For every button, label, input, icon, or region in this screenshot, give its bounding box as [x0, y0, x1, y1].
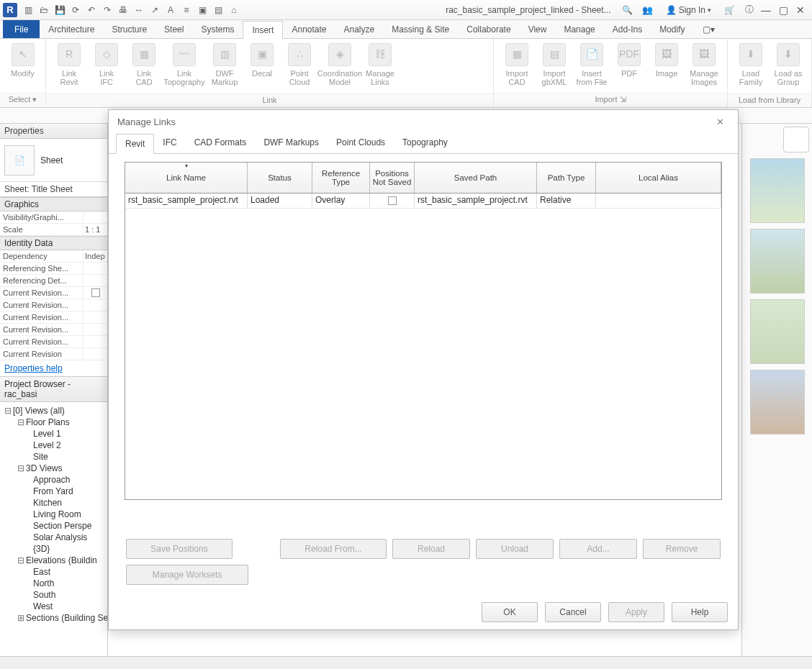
tab-annotate[interactable]: Annotate [283, 20, 335, 38]
collapse-icon[interactable]: ⊟ [4, 406, 12, 416]
tab-view[interactable]: View [520, 20, 556, 38]
prop-scale-value[interactable]: 1 : 1 [83, 224, 107, 235]
pdf-button[interactable]: PDFPDF [610, 42, 648, 79]
prop-curr-rev1-value[interactable] [83, 287, 107, 299]
app-logo[interactable]: R [3, 3, 17, 17]
load-as-group-button[interactable]: ⬇Load as Group [770, 42, 807, 88]
properties-help-link[interactable]: Properties help [4, 363, 63, 373]
manage-worksets-button[interactable]: Manage Worksets [126, 565, 248, 585]
collapse-icon[interactable]: ⊟ [17, 555, 24, 565]
dlg-tab-ifc[interactable]: IFC [154, 133, 185, 153]
view-site[interactable]: Site [1, 451, 106, 463]
unload-button[interactable]: Unload [476, 539, 554, 559]
view-level2[interactable]: Level 2 [1, 440, 106, 451]
view-3d[interactable]: {3D} [1, 543, 106, 555]
qat-switch-win-icon[interactable]: ▤ [212, 4, 225, 17]
col-ref-type[interactable]: Reference Type [312, 163, 370, 193]
help-button[interactable]: Help [672, 602, 728, 622]
view-south[interactable]: South [1, 589, 106, 601]
type-selector[interactable]: 📄 Sheet [0, 139, 107, 182]
sheet-thumbnail[interactable] [750, 299, 805, 364]
checkbox-icon[interactable] [388, 196, 397, 205]
apply-button[interactable]: Apply [608, 602, 664, 622]
qat-redo-icon[interactable]: ↷ [101, 4, 114, 17]
qat-text-icon[interactable]: A [164, 4, 177, 17]
qat-home-icon[interactable]: ⌂ [227, 4, 240, 17]
link-topography-button[interactable]: 〰Link Topography [163, 42, 206, 88]
tab-file[interactable]: File [3, 20, 40, 38]
tab-addins[interactable]: Add-Ins [604, 20, 651, 38]
qat-new-icon[interactable]: ▥ [22, 4, 35, 17]
remove-button[interactable]: Remove [643, 539, 721, 559]
tab-extra-icon[interactable]: ▢▾ [694, 20, 723, 38]
qat-open-icon[interactable]: 🗁 [37, 4, 50, 17]
tab-structure[interactable]: Structure [103, 20, 155, 38]
save-positions-button[interactable]: Save Positions [126, 539, 233, 559]
view-section-persp[interactable]: Section Perspe [1, 520, 106, 532]
qat-dimension-icon[interactable]: ↗ [148, 4, 161, 17]
qat-print-icon[interactable]: 🖶 [117, 4, 130, 17]
prop-visibility-value[interactable] [83, 211, 107, 223]
col-status[interactable]: Status [248, 163, 312, 193]
cancel-button[interactable]: Cancel [545, 602, 601, 622]
horizontal-scrollbar[interactable] [0, 656, 812, 669]
link-ifc-button[interactable]: ◇Link IFC [88, 42, 125, 88]
cell-path-type[interactable]: Relative [537, 194, 596, 208]
qat-align-icon[interactable]: ≡ [180, 4, 193, 17]
import-cad-button[interactable]: ▦Import CAD [498, 42, 536, 88]
add-button[interactable]: Add... [559, 539, 637, 559]
view-north[interactable]: North [1, 578, 106, 589]
view-east[interactable]: East [1, 566, 106, 578]
sections-node[interactable]: ⊞Sections (Building Section) [1, 612, 106, 624]
dlg-tab-topography[interactable]: Topography [394, 133, 456, 153]
search-icon[interactable]: 🔍 [621, 4, 634, 17]
col-positions[interactable]: Positions Not Saved [370, 163, 415, 193]
dlg-tab-revit[interactable]: Revit [116, 134, 154, 154]
ok-button[interactable]: OK [482, 602, 538, 622]
tab-analyze[interactable]: Analyze [335, 20, 384, 38]
tab-systems[interactable]: Systems [192, 20, 243, 38]
cell-local-alias[interactable] [596, 194, 721, 208]
tab-collaborate[interactable]: Collaborate [458, 20, 519, 38]
view-livingroom[interactable]: Living Room [1, 509, 106, 520]
cell-ref-type[interactable]: Overlay [312, 194, 370, 208]
tab-manage[interactable]: Manage [555, 20, 603, 38]
col-local-alias[interactable]: Local Alias [596, 163, 721, 193]
qat-measure-icon[interactable]: ↔ [132, 4, 145, 17]
modify-tool[interactable]: ↖Modify [4, 42, 41, 79]
col-saved-path[interactable]: Saved Path [415, 163, 537, 193]
tab-insert[interactable]: Insert [243, 21, 283, 39]
sheet-thumbnail[interactable] [750, 229, 805, 293]
link-revit-button[interactable]: RLink Revit [50, 42, 88, 88]
cell-link-name[interactable]: rst_basic_sample_project.rvt [125, 194, 248, 208]
qat-undo-icon[interactable]: ↶ [85, 4, 98, 17]
dlg-tab-cad[interactable]: CAD Formats [186, 133, 256, 153]
reload-from-button[interactable]: Reload From... [280, 539, 387, 559]
tab-architecture[interactable]: Architecture [40, 20, 103, 38]
tab-modify[interactable]: Modify [651, 20, 693, 38]
reload-button[interactable]: Reload [392, 539, 470, 559]
dialog-close-button[interactable]: ✕ [710, 114, 729, 129]
collapse-icon[interactable]: ⊟ [17, 463, 24, 473]
col-link-name[interactable]: ▾Link Name [125, 163, 248, 193]
sheet-thumbnail[interactable] [750, 370, 805, 434]
decal-button[interactable]: ▣Decal [243, 42, 281, 79]
view-approach[interactable]: Approach [1, 474, 106, 486]
floor-plans-node[interactable]: ⊟Floor Plans [1, 417, 106, 428]
dwf-markup-button[interactable]: ▥DWF Markup [206, 42, 243, 88]
point-cloud-button[interactable]: ∴Point Cloud [281, 42, 318, 88]
views-root[interactable]: ⊟[0] Views (all) [1, 405, 106, 417]
navigation-cube[interactable] [783, 127, 809, 153]
3d-views-node[interactable]: ⊟3D Views [1, 463, 106, 474]
view-kitchen[interactable]: Kitchen [1, 497, 106, 509]
dlg-tab-dwf[interactable]: DWF Markups [255, 133, 328, 153]
link-row[interactable]: rst_basic_sample_project.rvt Loaded Over… [125, 194, 721, 209]
collapse-icon[interactable]: ⊟ [17, 417, 24, 427]
import-gbxml-button[interactable]: ▤Import gbXML [536, 42, 573, 88]
minimize-button[interactable]: — [757, 4, 775, 17]
cart-icon[interactable]: 🛒 [723, 4, 736, 17]
view-west[interactable]: West [1, 601, 106, 612]
dlg-tab-pointclouds[interactable]: Point Clouds [328, 133, 394, 153]
expand-icon[interactable]: ⊞ [17, 613, 24, 623]
maximize-button[interactable]: ▢ [775, 4, 792, 17]
